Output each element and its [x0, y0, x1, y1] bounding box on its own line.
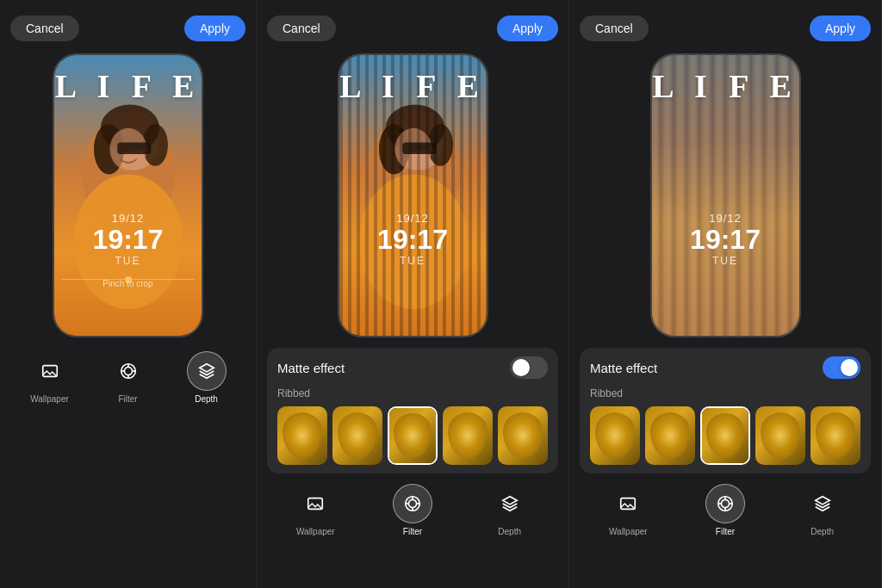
nav-depth-3[interactable]: Depth	[803, 484, 842, 536]
filter-thumb-3-2[interactable]	[700, 406, 750, 465]
nav-filter-label-2: Filter	[403, 527, 422, 536]
filter-thumb-2-3[interactable]	[443, 406, 493, 465]
nav-wallpaper-label-3: Wallpaper	[609, 527, 648, 536]
filter-thumb-3-1[interactable]	[645, 406, 695, 465]
matte-toggle-2[interactable]	[510, 356, 548, 379]
time-day-3: TUE	[652, 255, 799, 267]
toggle-knob-2	[512, 359, 530, 376]
nav-depth-label-1: Depth	[195, 394, 218, 404]
depth-icon-wrap-1	[187, 351, 227, 391]
time-day-2: TUE	[339, 255, 487, 267]
svg-point-24	[408, 499, 416, 507]
matte-label-2: Matte effect	[277, 361, 345, 375]
filter-thumb-2-1[interactable]	[332, 406, 382, 465]
life-text-2: L I F E	[339, 67, 487, 105]
wallpaper-icon-wrap-2	[295, 484, 335, 523]
nav-wallpaper-2[interactable]: Wallpaper	[295, 484, 335, 536]
depth-icon-2	[500, 494, 519, 513]
panel-1: Cancel Apply L I F E	[0, 0, 257, 588]
filter-thumb-3-4[interactable]	[811, 406, 860, 465]
filter-icon-3	[716, 494, 735, 513]
wallpaper-icon-2	[306, 494, 325, 513]
filter-thumb-3-0[interactable]	[590, 406, 640, 465]
wallpaper-icon-1	[40, 362, 59, 381]
depth-icon-1	[197, 362, 216, 381]
filter-icon-wrap-1	[109, 351, 148, 391]
filter-section-label-2: Ribbed	[277, 387, 548, 399]
thumb-deco-2-4	[503, 412, 543, 459]
matte-row-2: Matte effect	[277, 356, 548, 379]
pinch-label: Pinch to crop	[54, 279, 202, 288]
phone-mockup-2: L I F E 19/12 19:17 TUE	[338, 53, 488, 337]
nav-depth-label-3: Depth	[811, 527, 834, 536]
matte-label-3: Matte effect	[590, 361, 657, 375]
thumb-inner-3-2	[702, 408, 748, 463]
phone-mockup-3: L I F E 19/12 19:17 TUE	[650, 53, 801, 337]
thumb-deco-3-2	[706, 413, 743, 457]
cancel-button[interactable]: Cancel	[10, 15, 79, 41]
time-clock-2: 19:17	[339, 225, 487, 255]
thumb-deco-2-2	[394, 413, 431, 457]
toggle-knob-3	[841, 359, 858, 376]
nav-depth-label-2: Depth	[498, 527, 521, 536]
filter-thumb-2-0[interactable]	[277, 406, 327, 465]
thumb-deco-3-3	[761, 412, 800, 459]
time-display-2: 19/12 19:17 TUE	[339, 212, 487, 267]
time-date-3: 19/12	[652, 212, 799, 225]
wallpaper-icon-3	[618, 494, 637, 513]
nav-filter-2[interactable]: Filter	[393, 484, 432, 536]
apply-button[interactable]: Apply	[184, 15, 245, 41]
filter-thumbs-3	[590, 406, 860, 465]
filter-thumbs-2	[277, 406, 548, 465]
cancel-button-3[interactable]: Cancel	[580, 15, 649, 41]
filter-thumb-2-4[interactable]	[498, 406, 548, 465]
phone-mockup-1: L I F E 19/12 19:17 TUE Pinch to crop	[53, 53, 203, 337]
svg-point-31	[721, 499, 729, 507]
life-text-3: L I F E	[652, 67, 799, 105]
thumb-deco-3-0	[595, 412, 635, 459]
thumb-inner-3-4	[811, 406, 860, 465]
panel-2-header: Cancel Apply	[267, 15, 558, 41]
filter-icon-2	[403, 494, 422, 513]
depth-icon-3	[813, 494, 832, 513]
apply-button-2[interactable]: Apply	[497, 15, 558, 41]
time-date-2: 19/12	[339, 212, 487, 225]
nav-wallpaper-label-2: Wallpaper	[296, 527, 335, 536]
time-clock-3: 19:17	[652, 225, 799, 255]
svg-rect-6	[117, 142, 151, 154]
depth-icon-wrap-2	[490, 484, 530, 523]
nav-wallpaper-3[interactable]: Wallpaper	[608, 484, 648, 536]
thumb-deco-2-1	[338, 412, 377, 459]
thumb-inner-2-4	[498, 406, 548, 465]
apply-button-3[interactable]: Apply	[810, 15, 871, 41]
matte-toggle-3[interactable]	[823, 356, 860, 379]
filter-icon-1	[119, 362, 138, 381]
bottom-section-2: Matte effect Ribbed	[267, 348, 558, 473]
nav-filter-label-1: Filter	[118, 394, 137, 404]
filter-icon-wrap-3	[705, 484, 745, 523]
nav-filter-1[interactable]: Filter	[109, 351, 148, 404]
bottom-nav-3: Wallpaper Filter	[580, 484, 871, 536]
thumb-inner-2-0	[277, 406, 327, 465]
time-day-1: TUE	[54, 255, 202, 267]
time-display-3: 19/12 19:17 TUE	[652, 212, 799, 267]
time-date-1: 19/12	[54, 212, 202, 225]
bottom-section-3: Matte effect Ribbed	[580, 348, 871, 473]
bottom-nav-2: Wallpaper Filter	[267, 484, 558, 536]
filter-section-label-3: Ribbed	[590, 387, 860, 399]
nav-wallpaper-1[interactable]: Wallpaper	[30, 351, 70, 404]
filter-thumb-3-3[interactable]	[755, 406, 805, 465]
thumb-inner-3-0	[590, 406, 640, 465]
time-clock-1: 19:17	[54, 225, 202, 255]
cancel-button-2[interactable]: Cancel	[267, 15, 336, 41]
wallpaper-icon-wrap-1	[30, 351, 70, 391]
nav-depth-2[interactable]: Depth	[490, 484, 530, 536]
thumb-inner-2-2	[389, 408, 436, 463]
nav-filter-3[interactable]: Filter	[705, 484, 745, 536]
thumb-inner-3-3	[755, 406, 805, 465]
depth-icon-wrap-3	[803, 484, 842, 523]
panel-3-header: Cancel Apply	[580, 15, 871, 41]
nav-depth-1[interactable]: Depth	[187, 351, 227, 404]
filter-thumb-2-2[interactable]	[388, 406, 438, 465]
nav-filter-label-3: Filter	[716, 527, 735, 536]
